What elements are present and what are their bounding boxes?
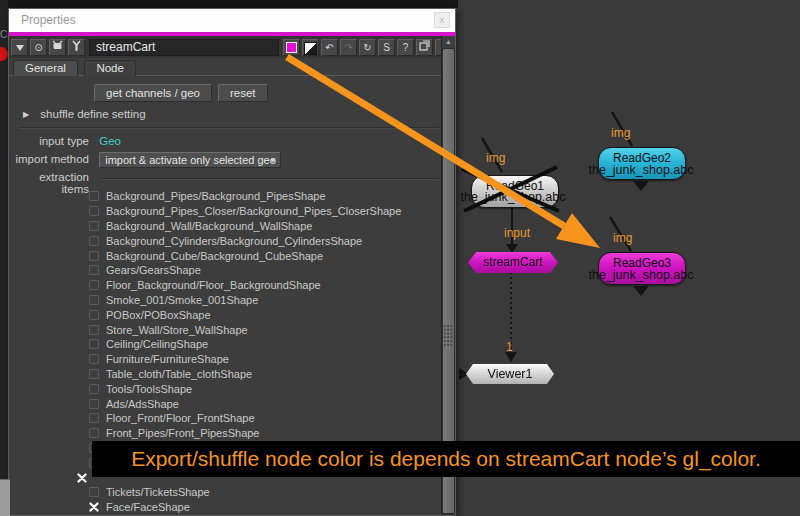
extraction-item-label: Smoke_001/Smoke_001Shape <box>106 294 258 306</box>
item-checkbox[interactable] <box>89 399 99 409</box>
extraction-item-row: Background_Cylinders/Background_Cylinder… <box>89 233 441 248</box>
extraction-item-label: Tools/ToolsShape <box>106 383 192 395</box>
item-checkbox[interactable] <box>89 265 99 275</box>
item-checkbox[interactable] <box>89 339 99 349</box>
float-window-icon <box>419 40 430 51</box>
extraction-item-label: Ceiling/CeilingShape <box>106 338 208 350</box>
extraction-item-label: Background_Cylinders/Background_Cylinder… <box>106 235 362 247</box>
item-checkbox[interactable] <box>89 280 99 290</box>
input-type-label: input type <box>9 135 89 147</box>
window-close-button[interactable]: × <box>434 12 450 28</box>
get-channels-geo-button[interactable]: get channels / geo <box>94 84 212 102</box>
node-color-swatch-button[interactable] <box>283 39 300 56</box>
triangle-down-icon <box>16 45 24 51</box>
caption-text: Export/shuffle node color is depends on … <box>131 447 761 470</box>
properties-window: Properties × ⊙ ↶ ↷ ↻ S ? × General Node … <box>8 8 456 516</box>
item-checkbox[interactable] <box>89 487 99 497</box>
item-checkbox[interactable] <box>89 369 99 379</box>
extraction-item-row: Floor_Front/Floor_FrontShape <box>89 411 441 426</box>
help-button[interactable]: ? <box>397 39 414 56</box>
shuffle-define-setting-row[interactable]: ▶ shuffle define setting <box>23 108 146 120</box>
color-picker-button[interactable] <box>302 39 319 56</box>
panel-tabs: General Node <box>9 58 455 76</box>
checked-x-icon[interactable] <box>89 502 99 512</box>
extraction-item-label: Background_Pipes_Closer/Background_Pipes… <box>106 205 401 217</box>
extraction-item-label: Background_Wall/Background_WallShape <box>106 220 312 232</box>
extraction-item-row: Front_Pipes/Front_PipesShape <box>89 426 441 441</box>
node-name-input[interactable] <box>89 39 279 56</box>
import-method-dropdown[interactable]: import & activate only selected geo ▼ <box>99 152 281 168</box>
collapse-panel-button[interactable] <box>11 39 28 56</box>
scroll-up-button[interactable]: ▲ <box>442 36 455 48</box>
divider <box>19 127 439 129</box>
node-panel-header: ⊙ ↶ ↷ ↻ S ? × <box>9 36 455 58</box>
item-checkbox[interactable] <box>89 310 99 320</box>
item-checkbox[interactable] <box>89 413 99 423</box>
item-checkbox[interactable] <box>89 251 99 261</box>
tab-node[interactable]: Node <box>84 60 136 76</box>
item-checkbox[interactable] <box>89 325 99 335</box>
extraction-item-row: POBox/POBoxShape <box>89 307 441 322</box>
extraction-item-label: Tickets/TicketsShape <box>106 486 210 498</box>
extraction-item-row: Table_cloth/Table_clothShape <box>89 367 441 382</box>
port-label-input: input <box>504 226 530 240</box>
extraction-item-row: Floor_Background/Floor_BackgroundShape <box>89 278 441 293</box>
item-checkbox[interactable] <box>89 206 99 216</box>
item-checkbox[interactable] <box>89 191 99 201</box>
node-viewer1[interactable]: Viewer1 <box>466 364 554 384</box>
extraction-item-label: Table_cloth/Table_clothShape <box>106 368 252 380</box>
reset-button[interactable]: reset <box>218 84 268 102</box>
extraction-item-row: Background_Pipes_Closer/Background_Pipes… <box>89 204 441 219</box>
gl-color-lamp-button[interactable] <box>68 39 85 56</box>
window-title: Properties <box>21 13 76 27</box>
item-checkbox[interactable] <box>89 295 99 305</box>
float-panel-button[interactable] <box>416 39 433 56</box>
item-checkbox[interactable] <box>89 354 99 364</box>
node-file-label: the_junk_shop.abc <box>433 190 593 204</box>
monitor-icon <box>52 40 63 51</box>
extraction-item-label: Store_Wall/Store_WallShape <box>106 324 248 336</box>
checked-x-icon[interactable] <box>77 473 87 483</box>
extraction-items-label: extraction items <box>9 171 89 195</box>
item-checkbox[interactable] <box>89 221 99 231</box>
item-checkbox[interactable] <box>89 236 99 246</box>
viewer-input-number: 1 <box>506 340 513 354</box>
port-label-img: img <box>613 231 632 245</box>
magenta-swatch-icon <box>286 42 297 53</box>
extraction-item-row: Background_Cube/Background_CubeShape <box>89 248 441 263</box>
extraction-item-row: Background_Pipes/Background_PipesShape <box>89 189 441 204</box>
extraction-item-row: Smoke_001/Smoke_001Shape <box>89 293 441 308</box>
revert-button[interactable]: ↻ <box>359 39 376 56</box>
extraction-item-row: Store_Wall/Store_WallShape <box>89 322 441 337</box>
item-checkbox[interactable] <box>89 428 99 438</box>
divider <box>101 178 439 180</box>
node-streamcart[interactable]: streamCart <box>468 252 558 273</box>
redo-button[interactable]: ↷ <box>340 39 357 56</box>
node-file-label: the_junk_shop.abc <box>561 163 721 177</box>
script-button[interactable]: S <box>378 39 395 56</box>
window-titlebar[interactable]: Properties × <box>9 9 455 32</box>
extraction-item-row: Gears/GearsShape <box>89 263 441 278</box>
tab-general[interactable]: General <box>13 60 78 76</box>
extraction-item-row: Face/FaceShape <box>89 500 441 515</box>
node-name: streamCart <box>483 255 542 269</box>
node-file-label: the_junk_shop.abc <box>561 268 721 282</box>
postage-stamp-button[interactable] <box>49 39 66 56</box>
extraction-item-label: Furniture/FurnitureShape <box>106 353 229 365</box>
undo-button[interactable]: ↶ <box>321 39 338 56</box>
extraction-item-label: Face/FaceShape <box>106 501 190 513</box>
item-checkbox[interactable] <box>89 384 99 394</box>
extraction-item-row: Ceiling/CeilingShape <box>89 337 441 352</box>
import-method-label: import method <box>9 153 89 165</box>
dropdown-arrow-icon: ▼ <box>269 157 276 164</box>
extraction-item-label: Front_Pipes/Front_PipesShape <box>106 427 259 439</box>
extraction-item-row: Tools/ToolsShape <box>89 381 441 396</box>
input-type-value: Geo <box>99 135 121 147</box>
splitter-grip-icon[interactable] <box>443 324 453 348</box>
center-in-dag-button[interactable]: ⊙ <box>30 39 47 56</box>
disclosure-triangle-icon[interactable]: ▶ <box>23 110 29 119</box>
extraction-item-label: Floor_Background/Floor_BackgroundShape <box>106 279 321 291</box>
extraction-item-row: Ads/AdsShape <box>89 396 441 411</box>
background-top-strip <box>0 0 458 8</box>
extraction-item-label: Background_Pipes/Background_PipesShape <box>106 190 326 202</box>
